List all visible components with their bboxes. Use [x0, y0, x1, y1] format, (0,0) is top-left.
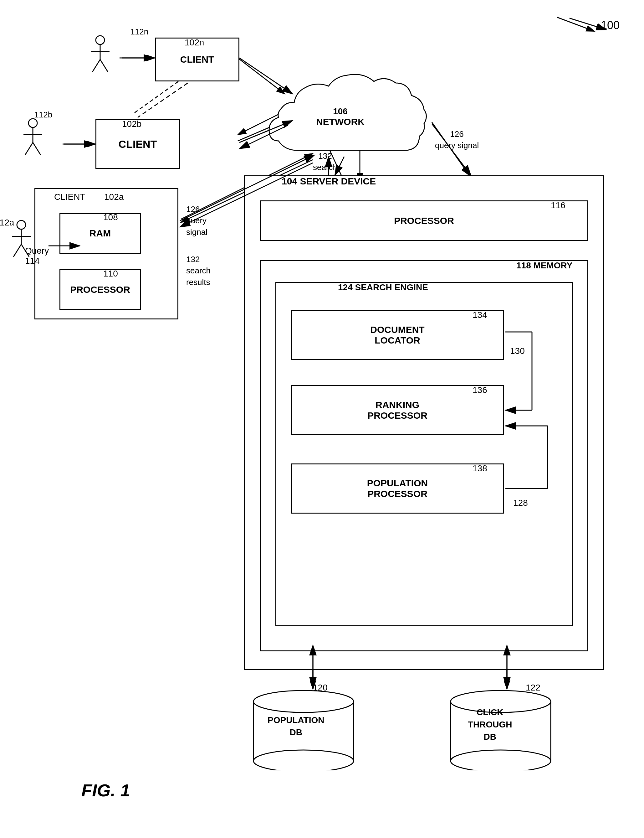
processor-110: PROCESSOR: [59, 269, 141, 310]
ref-110: 110: [103, 269, 118, 279]
signal-126-left: 126 query signal: [186, 204, 207, 238]
ref-134: 134: [473, 310, 487, 320]
svg-line-34: [33, 143, 41, 155]
svg-point-30: [28, 119, 37, 127]
ref-116: 116: [551, 201, 565, 211]
click-through-db-122: CLICK THROUGH DB: [447, 689, 554, 772]
ref-122: 122: [526, 683, 540, 693]
arrow-population-db: [301, 651, 325, 692]
document-locator-134: DOCUMENTLOCATOR: [291, 310, 504, 360]
svg-point-25: [96, 36, 105, 44]
signal-132-left: 132 search results: [186, 254, 210, 288]
svg-line-4: [557, 17, 595, 31]
user-112a: 112a Query114: [9, 219, 34, 261]
svg-line-38: [13, 244, 21, 257]
svg-point-41: [253, 690, 353, 713]
population-processor-138: POPULATIONPROCESSOR: [291, 463, 504, 514]
ref-102b: 102b: [122, 119, 141, 129]
population-db-120: POPULATION DB: [250, 689, 357, 772]
arrow-clickthrough-db: [495, 651, 519, 692]
processor-116: PROCESSOR: [260, 201, 588, 241]
network-ref: 106: [316, 107, 365, 117]
ref-108: 108: [103, 212, 118, 222]
network-cloud: 106 NETWORK: [266, 69, 429, 170]
ref-100: 100: [601, 19, 619, 32]
ranking-processor-136: RANKINGPROCESSOR: [291, 385, 504, 435]
svg-line-7: [135, 81, 178, 113]
ref-124: 124 SEARCH ENGINE: [338, 282, 428, 293]
fig-1-label: FIG. 1: [81, 780, 130, 800]
svg-point-42: [253, 750, 353, 770]
user-112b: 112b: [20, 117, 65, 160]
ram-108: RAM: [59, 213, 141, 254]
svg-point-45: [451, 750, 551, 770]
ref-136: 136: [473, 385, 487, 395]
svg-line-57: [138, 83, 188, 117]
network-label: NETWORK: [316, 117, 365, 127]
ref-128: 128: [513, 498, 528, 508]
ref-130: 130: [510, 346, 525, 356]
ref-118: 118 MEMORY: [516, 260, 572, 270]
svg-line-28: [92, 59, 100, 72]
svg-line-33: [25, 143, 33, 155]
diagram: 100 112n CLIENT 102n 112b C: [0, 0, 644, 838]
svg-line-29: [100, 59, 108, 72]
svg-point-35: [17, 221, 26, 229]
ref-102n: 102n: [185, 38, 204, 48]
ref-138: 138: [473, 463, 487, 474]
ref-104: 104 SERVER DEVICE: [282, 176, 376, 187]
signal-126-right: 126 query signal: [435, 128, 479, 151]
user-112n: 112n: [88, 35, 132, 77]
